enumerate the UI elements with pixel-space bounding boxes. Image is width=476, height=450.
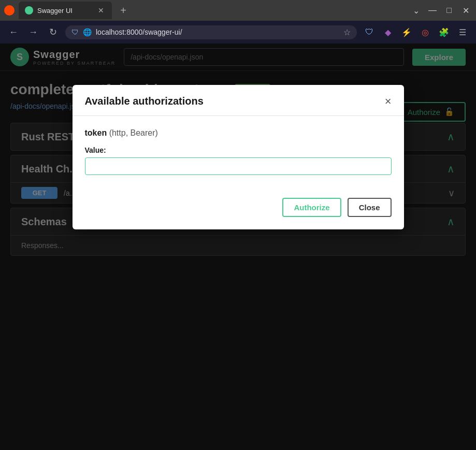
menu-button[interactable]: ☰ xyxy=(455,25,470,39)
modal-header: Available authorizations × xyxy=(73,85,404,116)
chevron-down-icon[interactable]: ⌄ xyxy=(410,4,422,17)
browser-toolbar-icons: 🛡 ◆ ⚡ ◎ 🧩 ☰ xyxy=(362,25,470,39)
modal-body: token (http, Bearer) Value: xyxy=(73,116,404,198)
browser-titlebar: Swagger UI ✕ + ⌄ — □ ✕ xyxy=(0,0,476,21)
auth-type-sub: (http, Bearer) xyxy=(109,128,158,137)
extension-icon-1[interactable]: ◆ xyxy=(381,25,395,39)
token-value-input[interactable] xyxy=(85,157,392,175)
minimize-button[interactable]: — xyxy=(426,4,439,17)
reload-button[interactable]: ↻ xyxy=(46,25,60,39)
modal-title: Available authorizations xyxy=(85,95,204,107)
browser-addressbar: ← → ↻ 🛡 🌐 localhost:8000/swagger-ui/ ☆ 🛡… xyxy=(0,21,476,43)
browser-tab[interactable]: Swagger UI ✕ xyxy=(19,2,112,19)
auth-modal: Available authorizations × token (http, … xyxy=(73,85,404,229)
tab-close-button[interactable]: ✕ xyxy=(96,6,106,15)
bookmark-icon[interactable]: ☆ xyxy=(343,27,351,37)
forward-button[interactable]: → xyxy=(26,25,40,39)
maximize-button[interactable]: □ xyxy=(443,4,455,17)
page-content: S Swagger POWERED BY SMARTBEAR Explore c… xyxy=(0,43,476,450)
address-bar[interactable]: 🛡 🌐 localhost:8000/swagger-ui/ ☆ xyxy=(65,25,357,39)
window-controls: ⌄ — □ ✕ xyxy=(410,4,472,17)
security-icon[interactable]: 🛡 xyxy=(362,25,377,39)
browser-chrome: Swagger UI ✕ + ⌄ — □ ✕ ← → ↻ 🛡 🌐 localho… xyxy=(0,0,476,43)
url-text: localhost:8000/swagger-ui/ xyxy=(96,28,339,36)
extension-icon-2[interactable]: ⚡ xyxy=(399,25,414,39)
modal-authorize-button[interactable]: Authorize xyxy=(282,198,341,217)
modal-close-btn[interactable]: Close xyxy=(348,198,392,217)
browser-favicon-icon xyxy=(4,5,15,16)
extensions-button[interactable]: 🧩 xyxy=(437,25,451,39)
value-label: Value: xyxy=(85,146,392,154)
auth-type-title: token (http, Bearer) xyxy=(85,128,392,138)
auth-type-name: token xyxy=(85,128,107,137)
tab-title: Swagger UI xyxy=(37,7,92,14)
shield-icon: 🛡 xyxy=(71,28,79,36)
tab-favicon-icon xyxy=(25,6,33,14)
page-icon: 🌐 xyxy=(83,28,92,36)
new-tab-button[interactable]: + xyxy=(116,3,131,18)
extension-icon-3[interactable]: ◎ xyxy=(418,25,432,39)
back-button[interactable]: ← xyxy=(6,25,21,39)
modal-overlay: Available authorizations × token (http, … xyxy=(0,43,476,450)
close-button[interactable]: ✕ xyxy=(459,4,472,17)
modal-footer: Authorize Close xyxy=(73,198,404,229)
modal-close-button[interactable]: × xyxy=(385,96,392,107)
